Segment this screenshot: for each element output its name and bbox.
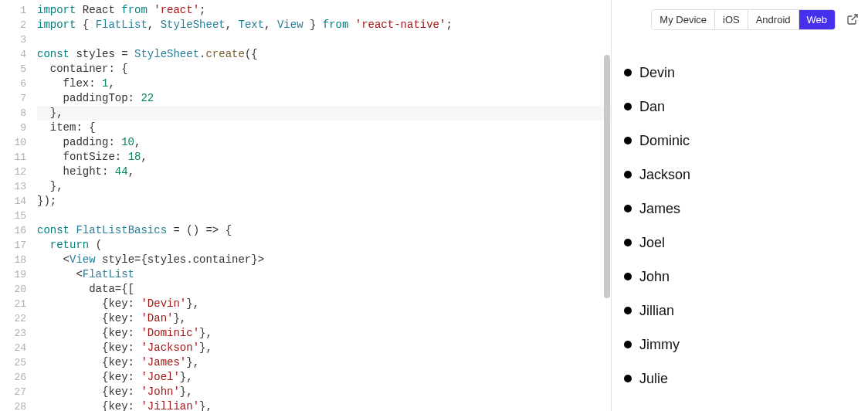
code-line[interactable]: {key: 'Dan'}, [37,311,611,326]
list-item: Devin [622,56,857,90]
bullet-icon [624,307,632,314]
line-number: 10 [0,135,37,150]
line-number: 7 [0,91,37,106]
code-line[interactable]: <View style={styles.container}> [37,253,611,267]
list-item-label: Jackson [639,167,690,183]
code-line[interactable]: flex: 1, [37,76,611,91]
bullet-icon [624,205,632,212]
code-line[interactable]: {key: 'Dominic'}, [37,326,611,341]
code-line[interactable]: container: { [37,62,611,76]
code-line[interactable]: }, [37,179,611,194]
bullet-icon [624,171,632,178]
list-item-label: John [639,269,670,285]
bullet-icon [624,239,632,246]
line-number: 28 [0,399,37,411]
line-number-gutter: 1234567891011121314151617181920212223242… [0,0,37,411]
list-item-label: Dominic [639,133,690,149]
line-number: 12 [0,165,37,179]
code-line[interactable]: height: 44, [37,165,611,179]
line-number: 24 [0,341,37,355]
tab-android[interactable]: Android [748,10,799,29]
code-line[interactable]: {key: 'Devin'}, [37,297,611,311]
line-number: 3 [0,32,37,47]
tab-my-device[interactable]: My Device [652,10,715,29]
code-line[interactable]: const styles = StyleSheet.create({ [37,47,611,62]
preview-toolbar: My DeviceiOSAndroidWeb [612,0,868,39]
list-item: John [622,260,857,294]
tab-web[interactable]: Web [799,10,836,29]
list-item: Jillian [622,294,857,328]
code-line[interactable]: }, [37,106,611,121]
line-number: 18 [0,253,37,267]
list-item: Julie [622,362,857,396]
bullet-icon [624,341,632,348]
list-item-label: James [639,201,680,217]
line-number: 2 [0,18,37,32]
line-number: 9 [0,121,37,135]
open-external-icon[interactable] [846,13,859,25]
list-item: Jimmy [622,328,857,362]
line-number: 17 [0,238,37,253]
list-item: Jackson [622,158,857,192]
line-number: 23 [0,326,37,341]
code-line[interactable]: paddingTop: 22 [37,91,611,106]
code-line[interactable] [37,209,611,223]
code-line[interactable]: padding: 10, [37,135,611,150]
code-line[interactable]: }); [37,194,611,209]
tab-label: Web [807,14,828,25]
line-number: 4 [0,47,37,62]
code-line[interactable]: import React from 'react'; [37,3,611,18]
list-item: Dan [622,90,857,124]
line-number: 11 [0,150,37,165]
code-line[interactable]: fontSize: 18, [37,150,611,165]
code-line[interactable]: item: { [37,121,611,135]
line-number: 16 [0,223,37,238]
list-item-label: Julie [639,371,668,387]
code-line[interactable]: import { FlatList, StyleSheet, Text, Vie… [37,18,611,32]
line-number: 8 [0,106,37,121]
bullet-icon [624,137,632,144]
bullet-icon [624,103,632,110]
line-number: 14 [0,194,37,209]
list-item-label: Dan [639,99,665,115]
tab-label: iOS [723,14,740,25]
code-line[interactable]: data={[ [37,282,611,297]
bullet-icon [624,273,632,280]
tab-ios[interactable]: iOS [715,10,748,29]
editor-scrollbar-thumb[interactable] [604,55,610,298]
line-number: 26 [0,370,37,385]
line-number: 25 [0,355,37,370]
list-item-label: Jillian [639,303,674,319]
code-line[interactable]: {key: 'Joel'}, [37,370,611,385]
code-line[interactable]: {key: 'James'}, [37,355,611,370]
bullet-icon [624,375,632,382]
line-number: 19 [0,267,37,282]
code-line[interactable]: const FlatListBasics = () => { [37,223,611,238]
list-item: James [622,192,857,226]
line-number: 21 [0,297,37,311]
line-number: 6 [0,76,37,91]
code-editor[interactable]: 1234567891011121314151617181920212223242… [0,0,611,411]
line-number: 1 [0,3,37,18]
code-line[interactable]: {key: 'Jackson'}, [37,341,611,355]
bullet-icon [624,69,632,76]
code-line[interactable]: {key: 'John'}, [37,385,611,399]
list-item: Dominic [622,124,857,158]
code-line[interactable] [37,32,611,47]
preview-pane: My DeviceiOSAndroidWeb DevinDanDominicJa… [611,0,868,411]
code-line[interactable]: <FlatList [37,267,611,282]
platform-tabs: My DeviceiOSAndroidWeb [651,9,836,30]
line-number: 13 [0,179,37,194]
code-content[interactable]: import React from 'react';import { FlatL… [37,0,611,411]
list-item-label: Jimmy [639,337,680,353]
code-line[interactable]: return ( [37,238,611,253]
line-number: 15 [0,209,37,223]
list-item-label: Joel [639,235,665,251]
tab-label: My Device [659,14,707,25]
line-number: 27 [0,385,37,399]
code-line[interactable]: {key: 'Jillian'}, [37,399,611,411]
line-number: 22 [0,311,37,326]
svg-line-0 [852,15,857,20]
line-number: 20 [0,282,37,297]
list-item-label: Devin [639,65,675,81]
